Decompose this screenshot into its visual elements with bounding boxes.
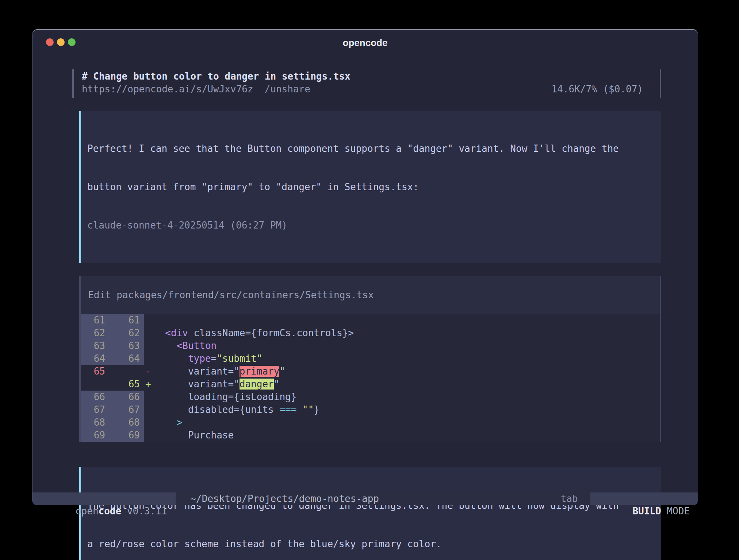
- message-line: button variant from "primary" to "danger…: [87, 181, 654, 193]
- diff-new-line-number: 64: [109, 352, 144, 365]
- token-usage-cost: 14.6K/7% ($0.07): [552, 83, 643, 96]
- diff-code-line: Purchase: [154, 429, 660, 442]
- diff-code-line: disabled={units === ""}: [154, 403, 660, 416]
- diff-new-line-number: 62: [109, 327, 144, 340]
- diff-old-line-number: 63: [81, 340, 109, 352]
- opencode-terminal-window: opencode # Change button color to danger…: [32, 29, 698, 505]
- diff-old-line-number: [81, 378, 109, 391]
- diff-new-line-number: 67: [109, 403, 144, 416]
- app-name-open: open: [76, 506, 99, 517]
- diff-old-line-number: 67: [81, 403, 109, 416]
- tab-key-hint: tab: [561, 492, 578, 505]
- diff-old-line-number: 62: [81, 327, 109, 340]
- assistant-message: Perfect! I can see that the Button compo…: [79, 111, 661, 263]
- diff-code-line: loading={isLoading}: [154, 391, 660, 403]
- diff-new-line-number: 68: [109, 416, 144, 429]
- diff-change-marker: [144, 352, 154, 365]
- working-directory: ~/Desktop/Projects/demo-notes-app: [190, 492, 379, 505]
- diff-row: 65- variant="primary": [81, 365, 660, 378]
- session-header: # Change button color to danger in setti…: [72, 69, 661, 98]
- diff-code-line: <Button: [154, 340, 660, 352]
- diff-row: 6868 >: [81, 416, 660, 429]
- diff-new-line-number: 65: [109, 378, 144, 391]
- diff-change-marker: -: [144, 365, 154, 378]
- diff-change-marker: [144, 416, 154, 429]
- diff-old-line-number: 64: [81, 352, 109, 365]
- diff-old-line-number: 69: [81, 429, 109, 442]
- diff-change-marker: [144, 403, 154, 416]
- diff-new-line-number: [109, 365, 144, 378]
- diff-code-line: variant="primary": [154, 365, 660, 378]
- share-url[interactable]: https://opencode.ai/s/UwJxv76z: [82, 83, 253, 96]
- diff-new-line-number: 69: [109, 429, 144, 442]
- edit-tool-header: Edit packages/frontend/src/containers/Se…: [81, 276, 660, 314]
- diff-row: 6161: [81, 314, 660, 327]
- diff-code-line: <div className={formCs.controls}>: [154, 327, 660, 340]
- diff-change-marker: [144, 391, 154, 403]
- diff-code-line: type="submit": [154, 352, 660, 365]
- diff-row: 6262 <div className={formCs.controls}>: [81, 327, 660, 340]
- diff-change-marker: +: [144, 378, 154, 391]
- diff-old-line-number: 65: [81, 365, 109, 378]
- diff-row: 6464 type="submit": [81, 352, 660, 365]
- session-title: # Change button color to danger in setti…: [82, 70, 351, 83]
- mode-segment[interactable]: BUILD MODE: [590, 492, 698, 505]
- unshare-command[interactable]: /unshare: [265, 83, 310, 96]
- diff-row: 6969 Purchase: [81, 429, 660, 442]
- diff-new-line-number: 66: [109, 391, 144, 403]
- mode-label: MODE: [661, 506, 690, 517]
- app-version-segment: opencode v0.3.11: [32, 492, 176, 505]
- diff-change-marker: [144, 314, 154, 327]
- diff-old-line-number: 61: [81, 314, 109, 327]
- diff-change-marker: [144, 327, 154, 340]
- titlebar[interactable]: opencode: [32, 30, 698, 55]
- diff-change-marker: [144, 340, 154, 352]
- status-bar: opencode v0.3.11 ~/Desktop/Projects/demo…: [32, 492, 698, 505]
- message-line: a red/rose color scheme instead of the b…: [87, 538, 654, 551]
- diff-view: 61616262 <div className={formCs.controls…: [81, 314, 660, 442]
- app-name-code: code: [99, 506, 122, 517]
- message-line: Perfect! I can see that the Button compo…: [87, 142, 654, 155]
- diff-change-marker: [144, 429, 154, 442]
- diff-row: 65+ variant="danger": [81, 378, 660, 391]
- diff-old-line-number: 68: [81, 416, 109, 429]
- diff-row: 6666 loading={isLoading}: [81, 391, 660, 403]
- window-title: opencode: [32, 37, 698, 49]
- diff-new-line-number: 63: [109, 340, 144, 352]
- diff-code-line: >: [154, 416, 660, 429]
- session-content: # Change button color to danger in setti…: [72, 55, 661, 560]
- diff-new-line-number: 61: [109, 314, 144, 327]
- diff-code-line: [154, 314, 660, 327]
- diff-code-line: variant="danger": [154, 378, 660, 391]
- diff-old-line-number: 66: [81, 391, 109, 403]
- app-version: v0.3.11: [121, 506, 167, 517]
- edit-tool-block: Edit packages/frontend/src/containers/Se…: [79, 276, 661, 442]
- diff-row: 6767 disabled={units === ""}: [81, 403, 660, 416]
- mode-value: BUILD: [632, 506, 661, 517]
- message-model-timestamp: claude-sonnet-4-20250514 (06:27 PM): [87, 219, 654, 232]
- diff-row: 6363 <Button: [81, 340, 660, 352]
